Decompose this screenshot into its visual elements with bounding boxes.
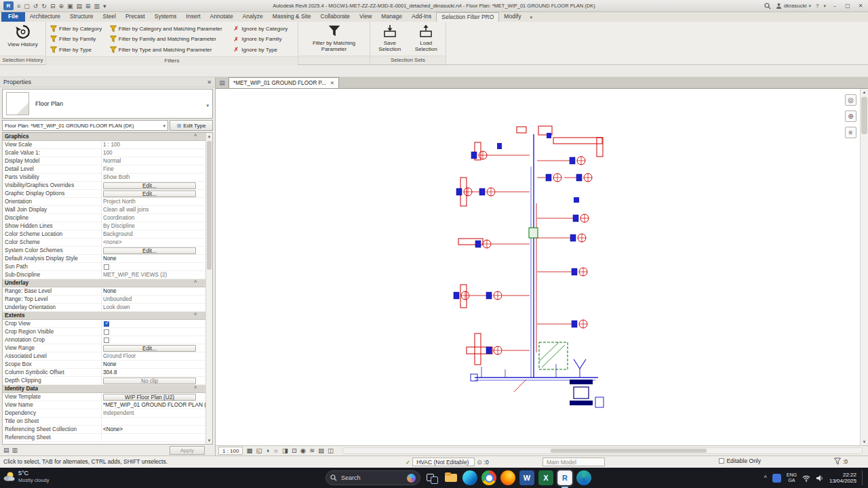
- filter-matching-button[interactable]: Filter by Category and Matching Paramete…: [108, 24, 231, 33]
- wifi-icon[interactable]: [802, 474, 810, 482]
- teams-icon[interactable]: [576, 470, 591, 485]
- restore-button[interactable]: [844, 3, 852, 9]
- property-row[interactable]: Associated Level Ground Floor: [3, 352, 205, 361]
- file-explorer-icon[interactable]: [443, 470, 458, 485]
- taskbar-app[interactable]: X: [538, 470, 553, 485]
- view-control-icon[interactable]: ▤: [318, 446, 324, 455]
- ribbon-tab[interactable]: Precast: [121, 12, 150, 22]
- quick-access-icon[interactable]: ⊕: [58, 0, 64, 12]
- ribbon-tab[interactable]: Add-Ins: [407, 12, 436, 22]
- ribbon-tab[interactable]: Systems: [150, 12, 182, 22]
- edit-type-button[interactable]: ⊞ Edit Type: [170, 120, 213, 131]
- scrollbar-thumb[interactable]: [207, 141, 212, 270]
- edge-icon[interactable]: [462, 470, 477, 485]
- ribbon-tab[interactable]: Massing & Site: [268, 12, 316, 22]
- property-row[interactable]: Show Hidden Lines By Discipline: [3, 222, 205, 230]
- scroll-down-icon[interactable]: [861, 439, 868, 445]
- task-view-icon[interactable]: [425, 470, 439, 485]
- clock[interactable]: 22:22 13/04/2025: [829, 472, 856, 485]
- view-control-icon[interactable]: ◫: [328, 446, 334, 455]
- property-row[interactable]: Dependency Independent: [3, 409, 205, 418]
- property-row[interactable]: Graphic Display Options Edit...: [3, 190, 205, 198]
- quick-access-icon[interactable]: ▣: [67, 0, 73, 12]
- word-icon[interactable]: W: [519, 470, 534, 485]
- property-row[interactable]: Sub-Discipline MET_WIP_RE VIEWS (2): [3, 271, 205, 279]
- filter-matching-button[interactable]: Filter by Family and Matching Parameter: [108, 35, 231, 44]
- scroll-up-icon[interactable]: [206, 133, 212, 140]
- ribbon-tab[interactable]: Architecture: [25, 12, 65, 22]
- active-workset-selector[interactable]: HVAC (Not Editable): [412, 458, 475, 466]
- taskbar-app[interactable]: [425, 470, 439, 485]
- taskbar-app[interactable]: [500, 470, 515, 485]
- ribbon-tab[interactable]: Steel: [98, 12, 121, 22]
- property-row[interactable]: View Template WIP Floor Plan (U2): [3, 393, 205, 401]
- quick-access-icon[interactable]: ▥: [94, 0, 100, 12]
- property-row[interactable]: View Range Edit...: [3, 344, 205, 352]
- property-row[interactable]: Wall Join Display Clean all wall joins: [3, 206, 205, 214]
- ribbon-tab[interactable]: Manage: [376, 12, 407, 22]
- editable-only-checkbox[interactable]: [719, 458, 724, 464]
- property-row[interactable]: Parts Visibility Show Both: [3, 174, 205, 182]
- tray-overflow-icon[interactable]: [764, 474, 767, 481]
- drawing-canvas[interactable]: ◎⊕≡: [216, 89, 868, 445]
- property-row[interactable]: Crop View: [3, 320, 205, 328]
- checkbox[interactable]: [104, 338, 109, 343]
- canvas-horizontal-scrollbar[interactable]: [342, 447, 863, 454]
- property-row[interactable]: Crop Region Visible: [3, 328, 205, 336]
- property-row[interactable]: Sun Path: [3, 263, 205, 271]
- quick-access-icon[interactable]: ↺: [33, 0, 39, 12]
- taskbar-app[interactable]: W: [519, 470, 534, 485]
- type-selector[interactable]: Floor Plan: [2, 89, 213, 119]
- view-scale-button[interactable]: 1 : 100: [218, 447, 243, 455]
- quick-access-icon[interactable]: ≡: [17, 0, 20, 12]
- start-button[interactable]: [307, 470, 321, 485]
- search-box[interactable]: Search: [326, 470, 420, 485]
- filter-button[interactable]: Filter by Family: [48, 35, 108, 44]
- property-row[interactable]: System Color Schemes Edit...: [3, 247, 205, 255]
- property-row[interactable]: Identity Data: [3, 385, 205, 393]
- view-control-icon[interactable]: ☼: [273, 446, 279, 455]
- quick-access-icon[interactable]: ▢: [24, 0, 30, 12]
- property-row[interactable]: Display Model Normal: [3, 157, 205, 165]
- property-row[interactable]: View Scale 1 : 100: [3, 141, 205, 149]
- property-row[interactable]: Scope Box None: [3, 361, 205, 369]
- property-row[interactable]: Range: Top Level Unbounded: [3, 296, 205, 304]
- filter-button[interactable]: Filter by Category: [48, 24, 108, 33]
- ribbon-tab[interactable]: Modify: [499, 12, 526, 22]
- scroll-up-icon[interactable]: [861, 89, 868, 96]
- volume-icon[interactable]: [816, 474, 824, 482]
- chrome-icon[interactable]: [481, 470, 496, 485]
- ignore-button[interactable]: Ignore by Family: [231, 35, 296, 44]
- quick-access-icon[interactable]: ⊟: [50, 0, 56, 12]
- view-control-icon[interactable]: ≋: [309, 446, 315, 455]
- minimize-button[interactable]: [831, 3, 839, 9]
- property-row[interactable]: Range: Base Level None: [3, 287, 205, 296]
- property-row[interactable]: Discipline Coordination: [3, 214, 205, 222]
- chevron-down-icon[interactable]: [206, 102, 209, 108]
- quick-access-icon[interactable]: ⊞: [85, 0, 91, 12]
- property-row[interactable]: Color Scheme <none>: [3, 239, 205, 247]
- view-history-button[interactable]: View History: [2, 22, 43, 47]
- property-row[interactable]: Depth Clipping No clip: [3, 377, 205, 385]
- property-row[interactable]: Orientation Project North: [3, 198, 205, 206]
- view-control-icon[interactable]: ⊡: [292, 446, 297, 455]
- ribbon-tab[interactable]: File: [1, 12, 25, 22]
- scrollbar-thumb[interactable]: [861, 97, 867, 134]
- ribbon-tab[interactable]: Selection Filter PRO: [436, 12, 499, 22]
- design-option-selector[interactable]: Main Model: [542, 458, 605, 466]
- taskbar-app[interactable]: [443, 470, 458, 485]
- ribbon-tab[interactable]: Annotate: [205, 12, 238, 22]
- scrollbar-thumb[interactable]: [551, 449, 706, 453]
- taskbar-app[interactable]: [462, 470, 477, 485]
- ribbon-collapse-chevron-icon[interactable]: [530, 13, 532, 22]
- language-indicator[interactable]: ENG GA: [787, 472, 797, 483]
- document-tab[interactable]: *MET_WIP_01 GROUND FLOOR P...: [229, 77, 339, 88]
- navigation-icon[interactable]: ⊕: [845, 110, 856, 122]
- taskbar-app-active[interactable]: R: [557, 470, 572, 485]
- properties-footer-icon[interactable]: ▥: [12, 447, 18, 453]
- view-control-icon[interactable]: ◱: [256, 446, 262, 455]
- ribbon-tab[interactable]: View: [355, 12, 376, 22]
- property-row[interactable]: Graphics: [3, 133, 205, 141]
- checkbox[interactable]: [104, 329, 109, 335]
- ribbon-tab[interactable]: Structure: [65, 12, 98, 22]
